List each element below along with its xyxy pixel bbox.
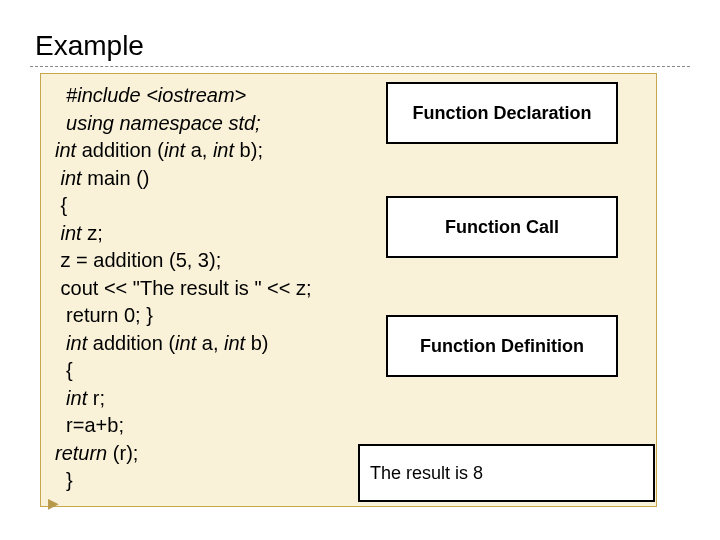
- label-function-call: Function Call: [386, 196, 618, 258]
- code-line-15: }: [55, 467, 312, 495]
- code-line-12: int r;: [55, 385, 312, 413]
- code-line-6: int z;: [55, 220, 312, 248]
- code-line-11: {: [55, 357, 312, 385]
- code-line-9: return 0; }: [55, 302, 312, 330]
- code-line-2: using namespace std;: [55, 112, 261, 134]
- slide-title: Example: [35, 30, 144, 62]
- output-result-box: The result is 8: [358, 444, 655, 502]
- code-line-5: {: [55, 192, 312, 220]
- title-underline: [30, 66, 690, 67]
- code-line-13: r=a+b;: [55, 412, 312, 440]
- label-function-declaration: Function Declaration: [386, 82, 618, 144]
- code-line-1: #include <iostream>: [55, 84, 246, 106]
- label-function-definition: Function Definition: [386, 315, 618, 377]
- bullet-arrow-icon: ▶: [48, 495, 59, 511]
- code-block: #include <iostream> using namespace std;…: [55, 82, 312, 495]
- code-line-10: int addition (int a, int b): [55, 330, 312, 358]
- code-line-8: cout << "The result is " << z;: [55, 275, 312, 303]
- code-line-14: return (r);: [55, 440, 312, 468]
- code-line-7: z = addition (5, 3);: [55, 247, 312, 275]
- code-line-4: int main (): [55, 165, 312, 193]
- code-line-3: int addition (int a, int b);: [55, 137, 312, 165]
